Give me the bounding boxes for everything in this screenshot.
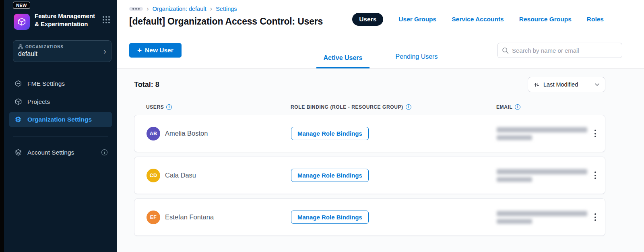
kebab-menu-icon[interactable] (592, 211, 599, 223)
column-header-role-binding: ROLE BINDING (ROLE - RESOURCE GROUP) i (291, 104, 496, 110)
manage-role-bindings-button[interactable]: Manage Role Bindings (291, 127, 369, 140)
cube-icon (14, 98, 23, 105)
tab-resource-groups[interactable]: Resource Groups (519, 16, 572, 23)
window-edge (0, 0, 4, 252)
sort-dropdown[interactable]: Last Modified (528, 77, 605, 92)
info-icon[interactable]: i (406, 104, 411, 110)
avatar: AB (147, 127, 160, 140)
org-selector-label: ORGANIZATIONS (25, 45, 64, 49)
tab-pending-users[interactable]: Pending Users (388, 53, 445, 68)
sidebar-item-label: Account Settings (27, 149, 74, 156)
info-icon[interactable]: i (166, 104, 172, 110)
search-box (497, 43, 622, 58)
sort-arrows-icon (534, 82, 540, 88)
app-title: Feature Management & Experimentation (35, 12, 98, 28)
page-header: › Organization: default › Settings [defa… (117, 0, 644, 32)
table-row: EF Estefan Fontana Manage Role Bindings (134, 198, 605, 236)
search-input[interactable] (512, 47, 618, 54)
org-hierarchy-icon (18, 44, 23, 49)
toolbar: + New User Active Users Pending Users (117, 32, 644, 69)
kebab-menu-icon[interactable] (592, 127, 599, 140)
breadcrumb-link-organization[interactable]: Organization: default (153, 6, 206, 12)
cube-logo-icon (17, 17, 26, 26)
chevron-right-icon: › (210, 5, 212, 12)
sidebar: NEW Feature Management & Experimentation… (4, 0, 117, 252)
avatar: CD (147, 169, 160, 182)
new-badge: NEW (13, 2, 30, 9)
new-user-button[interactable]: + New User (129, 43, 182, 58)
sidebar-item-label: Projects (27, 98, 50, 105)
layers-icon (14, 149, 23, 156)
tab-active-users[interactable]: Active Users (316, 54, 370, 68)
sidebar-item-label: FME Settings (27, 80, 65, 87)
sidebar-item-fme-settings[interactable]: FME Settings (9, 76, 112, 91)
gear-icon: ⚙ (14, 116, 23, 123)
tab-users[interactable]: Users (352, 13, 383, 26)
chevron-right-icon: › (147, 5, 149, 12)
sidebar-menu: FME Settings Projects ⚙ Organization Set… (4, 76, 117, 127)
organization-selector[interactable]: ORGANIZATIONS default › (13, 40, 111, 62)
tab-roles[interactable]: Roles (587, 16, 604, 23)
org-selector-value: default (18, 50, 103, 58)
new-user-button-label: New User (145, 47, 173, 54)
email-redacted (497, 169, 587, 182)
breadcrumb: › Organization: default › Settings (129, 6, 323, 12)
plus-icon: + (137, 46, 142, 54)
users-list-section: Total: 8 Last Modified USERS i ROLE BIND… (117, 69, 644, 252)
kebab-menu-icon[interactable] (592, 169, 599, 182)
sidebar-item-projects[interactable]: Projects (9, 94, 112, 109)
tab-service-accounts[interactable]: Service Accounts (452, 16, 504, 23)
search-icon (502, 47, 509, 54)
total-count: Total: 8 (134, 81, 159, 89)
access-control-tabs: Users User Groups Service Accounts Resou… (352, 13, 604, 26)
table-row: AB Amelia Boston Manage Role Bindings (134, 115, 605, 152)
user-name: Estefan Fontana (165, 213, 214, 221)
column-header-email: EMAIL i (496, 104, 584, 110)
tab-user-groups[interactable]: User Groups (398, 16, 436, 23)
page-title: [default] Organization Access Control: U… (129, 16, 323, 27)
email-redacted (497, 127, 587, 140)
sidebar-divider (13, 136, 108, 136)
sidebar-item-account-settings[interactable]: Account Settings i (9, 145, 112, 160)
sidebar-item-label: Organization Settings (27, 116, 92, 123)
chevron-right-icon: › (103, 47, 106, 55)
sort-dropdown-value: Last Modified (543, 81, 578, 88)
breadcrumb-overflow-button[interactable] (129, 7, 143, 11)
main-area: › Organization: default › Settings [defa… (117, 0, 644, 252)
app-logo (14, 14, 30, 30)
manage-role-bindings-button[interactable]: Manage Role Bindings (291, 211, 369, 224)
app-switcher-icon[interactable] (103, 16, 110, 23)
avatar: EF (147, 211, 160, 224)
column-header-users: USERS i (146, 104, 291, 110)
fme-logo-icon (14, 80, 23, 87)
sidebar-item-organization-settings[interactable]: ⚙ Organization Settings (9, 112, 112, 127)
table-header-row: USERS i ROLE BINDING (ROLE - RESOURCE GR… (134, 104, 605, 110)
table-row: CD Cala Dasu Manage Role Bindings (134, 157, 605, 194)
breadcrumb-link-settings[interactable]: Settings (216, 6, 237, 12)
user-state-tabs: Active Users Pending Users (316, 32, 445, 68)
info-icon[interactable]: i (515, 104, 520, 110)
email-redacted (497, 211, 587, 224)
manage-role-bindings-button[interactable]: Manage Role Bindings (291, 169, 369, 182)
info-icon[interactable]: i (101, 149, 107, 155)
chevron-down-icon (595, 83, 599, 86)
user-name: Cala Dasu (165, 171, 196, 179)
user-name: Amelia Boston (165, 130, 208, 137)
